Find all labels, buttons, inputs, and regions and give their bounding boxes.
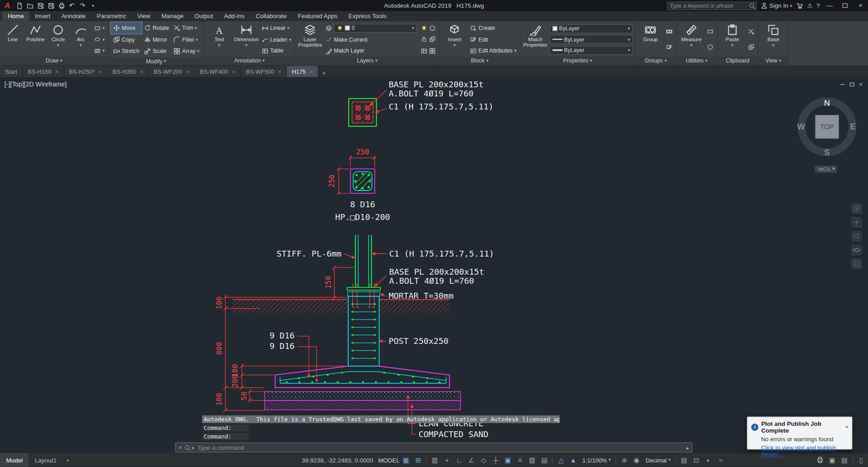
ribbon-tab-manage[interactable]: Manage: [156, 11, 189, 21]
array-button[interactable]: Array▾: [171, 45, 201, 57]
doc-close-icon[interactable]: ×: [859, 81, 863, 88]
leader-button[interactable]: Leader▾: [261, 34, 293, 45]
label-9d16-a[interactable]: 9 D16: [270, 331, 294, 340]
ribbon-tab-collaborate[interactable]: Collaborate: [250, 11, 292, 21]
annotation-scale-control[interactable]: 1:1/100%▾: [579, 454, 613, 466]
file-tab-bs-wf500[interactable]: BS-WF500×: [241, 66, 287, 77]
object-color-dropdown[interactable]: ByLayer▾: [550, 24, 633, 33]
command-input[interactable]: [197, 444, 683, 451]
table-button[interactable]: Table: [261, 45, 293, 56]
base-button[interactable]: Base▾: [761, 22, 786, 57]
stretch-button[interactable]: Stretch: [111, 45, 142, 57]
file-tab-start[interactable]: Start: [0, 66, 23, 77]
command-search-icon[interactable]: [185, 445, 190, 450]
fillet-button[interactable]: Fillet▾: [171, 34, 201, 46]
ribbon-tab-output[interactable]: Output: [189, 11, 218, 21]
object-snap-icon[interactable]: ▣: [502, 454, 514, 466]
text-button[interactable]: Text▾: [207, 22, 232, 57]
ribbon-tab-insert[interactable]: Insert: [29, 11, 56, 21]
dynamic-input-icon[interactable]: +: [441, 454, 453, 466]
dim-800[interactable]: 800: [215, 342, 223, 355]
copy-clip-icon[interactable]: [748, 43, 754, 50]
graphics-performance-icon[interactable]: ≈: [715, 454, 726, 466]
dim-200[interactable]: 200: [231, 375, 239, 388]
panel-label-annotation[interactable]: Annotation▾: [204, 57, 295, 66]
panel-label-clipboard[interactable]: Clipboard: [717, 57, 758, 66]
panel-label-utilities[interactable]: Utilities▾: [677, 57, 717, 66]
create-block-button[interactable]: Create: [469, 23, 517, 33]
label-post[interactable]: POST 250x250: [389, 336, 449, 346]
file-tab-bs-h250[interactable]: BS-H250*×: [64, 66, 108, 77]
polyline-button[interactable]: Polyline: [25, 22, 46, 57]
match-properties-button[interactable]: Match Properties: [522, 22, 548, 57]
arc-button[interactable]: Arc▾: [70, 22, 91, 57]
group-edit-icon[interactable]: [666, 43, 673, 50]
label-abolt-section[interactable]: A.BOLT 4Ø19 L=760: [389, 276, 474, 286]
minimize-button[interactable]: —: [824, 2, 835, 10]
wcs-dropdown[interactable]: WCS: [815, 166, 837, 173]
label-abolt-plan[interactable]: A.BOLT 4Ø19 L=760: [389, 89, 474, 98]
polar-tracking-icon[interactable]: ∠: [465, 454, 477, 466]
ribbon-tab-parametric[interactable]: Parametric: [91, 11, 132, 21]
close-icon[interactable]: ×: [55, 68, 58, 74]
mirror-button[interactable]: Mirror: [142, 34, 171, 46]
navwheel-icon[interactable]: [852, 204, 862, 213]
viewcube-north[interactable]: N: [824, 98, 830, 108]
lineweight-dropdown[interactable]: ByLayer▾: [550, 46, 633, 55]
search-icon[interactable]: [749, 3, 754, 8]
redo-icon[interactable]: ↷: [77, 1, 87, 10]
file-tab-bs-wf400[interactable]: BS-WF400×: [195, 66, 241, 77]
anchor-bolt-plan-detail[interactable]: BASE PL 200x200x15t A.BOLT 4Ø19 L=760 C1…: [349, 80, 493, 126]
panel-label-properties[interactable]: Properties▾: [520, 57, 635, 66]
ribbon-tab-express-tools[interactable]: Express Tools: [343, 11, 392, 21]
line-button[interactable]: Line: [2, 22, 24, 57]
help-button[interactable]: ?: [816, 2, 820, 9]
ribbon-tab-addins[interactable]: Add-ins: [218, 11, 250, 21]
layer-isolate-icon[interactable]: [429, 36, 436, 43]
match-layer-button[interactable]: Match Layer: [324, 45, 418, 56]
dim-250-left[interactable]: 250: [327, 175, 336, 188]
linetype-dropdown[interactable]: ByLayer▾: [550, 35, 633, 44]
layout1-tab[interactable]: Layout1: [29, 453, 63, 467]
group-button[interactable]: Group: [638, 22, 663, 57]
move-button[interactable]: Move: [111, 22, 142, 34]
label-c1-section[interactable]: C1 (H 175.175.7,5.11): [389, 249, 494, 258]
save-as-icon[interactable]: [46, 1, 56, 10]
layer-walk-icon[interactable]: [421, 48, 427, 54]
new-layout-button[interactable]: +: [62, 457, 73, 463]
column-section-detail[interactable]: 250 250 8 D16 HP.□D10-200: [327, 148, 390, 221]
close-button[interactable]: ×: [855, 2, 867, 10]
dim-150[interactable]: 150: [324, 276, 332, 289]
label-stiff[interactable]: STIFF. PL-6mm: [277, 249, 342, 258]
dim-100-bottom[interactable]: 100: [215, 393, 223, 406]
label-base-pl-section[interactable]: BASE PL 200x200x15t: [389, 267, 484, 276]
layer-unisolate-icon[interactable]: [429, 48, 436, 54]
file-tab-bs-h350[interactable]: BS-H350×: [108, 66, 149, 77]
command-close-icon[interactable]: ×: [179, 444, 182, 450]
foundation-section[interactable]: [232, 235, 460, 410]
circle-button[interactable]: Circle▾: [47, 22, 69, 57]
close-icon[interactable]: ×: [310, 68, 313, 74]
edit-attributes-button[interactable]: Edit Attributes▾: [469, 45, 517, 56]
viewcube[interactable]: N W E S TOP WCS: [797, 98, 856, 173]
close-icon[interactable]: ×: [140, 68, 143, 74]
scale-button[interactable]: Scale: [142, 45, 171, 57]
open-icon[interactable]: [25, 1, 35, 10]
grid-icon[interactable]: ▦: [400, 454, 412, 466]
save-icon[interactable]: [35, 1, 45, 10]
layer-lock-icon[interactable]: [421, 36, 427, 43]
layer-off-icon[interactable]: [421, 24, 427, 31]
layer-freeze-icon[interactable]: [429, 24, 436, 31]
linear-button[interactable]: Linear▾: [261, 23, 293, 33]
measure-button[interactable]: Measure▾: [678, 22, 704, 57]
quick-select-icon[interactable]: [707, 29, 714, 35]
rectangle-icon[interactable]: [94, 24, 101, 31]
drawing-area[interactable]: BASE PL 200x200x15t A.BOLT 4Ø19 L=760 C1…: [0, 77, 868, 453]
app-store-button[interactable]: [796, 2, 803, 9]
new-tab-button[interactable]: +: [318, 69, 329, 77]
file-tab-bs-wf200[interactable]: BS-WF200×: [149, 66, 195, 77]
snap-icon[interactable]: ⊞: [413, 454, 424, 466]
notification-close-icon[interactable]: ×: [845, 424, 849, 430]
clean-screen-icon[interactable]: ▯: [855, 454, 867, 466]
label-9d16-b[interactable]: 9 D16: [270, 341, 294, 351]
